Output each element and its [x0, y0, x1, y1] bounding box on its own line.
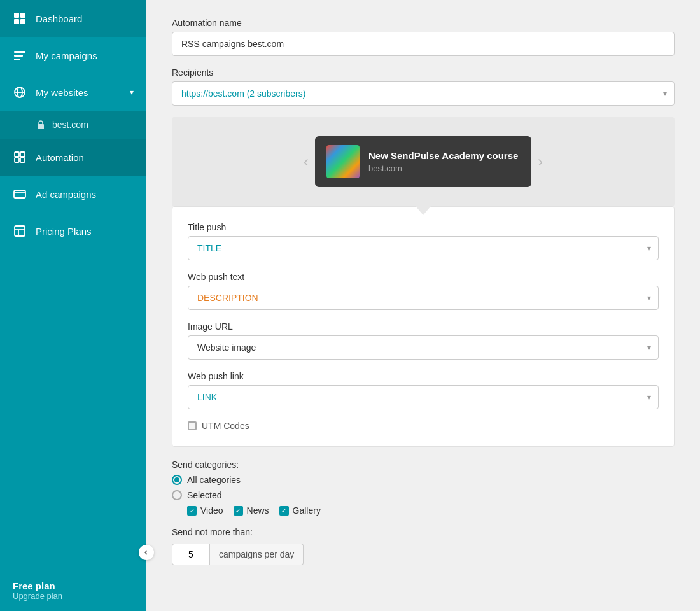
ad-campaigns-icon: [13, 187, 27, 201]
sidebar-item-best-com[interactable]: best.com: [0, 111, 146, 139]
preview-card: New SendPulse Academy course best.com: [315, 136, 531, 187]
image-url-section: Image URL Website image ▾: [188, 321, 659, 360]
radio-selected-circle: [172, 490, 182, 500]
sidebar-item-automation[interactable]: Automation: [0, 139, 146, 176]
title-push-section: Title push TITLE ▾: [188, 222, 659, 260]
chevron-down-icon: ▾: [130, 88, 134, 97]
automation-name-input[interactable]: RSS campaigns best.com: [172, 32, 675, 56]
title-push-label: Title push: [188, 222, 659, 232]
svg-rect-17: [15, 226, 25, 236]
free-plan-label: Free plan: [13, 580, 134, 591]
web-push-text-wrapper: DESCRIPTION ▾: [188, 286, 659, 310]
image-url-select[interactable]: Website image: [188, 335, 659, 360]
sidebar-item-pricing-plans[interactable]: Pricing Plans: [0, 213, 146, 249]
sidebar-item-label: Automation: [36, 152, 134, 163]
checkbox-video[interactable]: Video: [187, 505, 223, 516]
preview-card-domain: best.com: [368, 164, 518, 173]
sidebar-item-dashboard[interactable]: Dashboard: [0, 0, 146, 37]
gallery-checkbox[interactable]: [279, 506, 289, 516]
svg-rect-1: [20, 13, 25, 18]
news-label: News: [247, 505, 269, 516]
sidebar-item-my-campaigns[interactable]: My campaigns: [0, 37, 146, 74]
preview-card-title: New SendPulse Academy course: [368, 150, 518, 161]
news-checkbox[interactable]: [234, 506, 243, 516]
radio-all-circle: [172, 475, 182, 485]
preview-area: ‹ New SendPulse Academy course best.com …: [172, 117, 675, 206]
sidebar-item-label: Ad campaigns: [36, 189, 134, 200]
radio-all-categories[interactable]: All categories: [172, 475, 675, 485]
automation-name-section: Automation name RSS campaigns best.com: [172, 18, 675, 56]
send-categories-radio-group: All categories Selected: [172, 475, 675, 500]
sidebar-item-label: My websites: [36, 87, 121, 98]
lock-icon: [36, 120, 46, 130]
sidebar-bottom: Free plan Upgrade plan: [0, 570, 146, 611]
web-push-link-wrapper: LINK ▾: [188, 385, 659, 409]
web-push-text-label: Web push text: [188, 272, 659, 282]
sidebar-item-label: Dashboard: [36, 13, 134, 24]
web-push-link-label: Web push link: [188, 371, 659, 381]
preview-card-content: New SendPulse Academy course best.com: [368, 150, 518, 173]
gallery-label: Gallery: [293, 505, 321, 516]
web-push-link-select[interactable]: LINK: [188, 385, 659, 409]
pricing-icon: [13, 224, 27, 238]
svg-rect-14: [20, 158, 25, 162]
web-push-text-select[interactable]: DESCRIPTION: [188, 286, 659, 310]
send-limit-section: Send not more than: campaigns per day: [172, 527, 675, 565]
utm-codes-label[interactable]: UTM Codes: [202, 421, 249, 431]
recipients-select[interactable]: https://best.com (2 subscribers): [172, 81, 675, 106]
svg-rect-10: [38, 124, 44, 129]
utm-codes-checkbox[interactable]: [188, 421, 197, 430]
sidebar: Dashboard My campaigns My websites ▾: [0, 0, 146, 611]
image-url-wrapper: Website image ▾: [188, 335, 659, 360]
checkbox-gallery[interactable]: Gallery: [279, 505, 321, 516]
utm-codes-row: UTM Codes: [188, 421, 659, 431]
recipients-select-wrapper: https://best.com (2 subscribers) ▾: [172, 81, 675, 106]
sidebar-collapse-button[interactable]: [139, 545, 154, 560]
send-limit-unit: campaigns per day: [210, 544, 304, 565]
category-checkboxes: Video News Gallery: [172, 505, 675, 516]
sidebar-item-ad-campaigns[interactable]: Ad campaigns: [0, 176, 146, 213]
title-push-wrapper: TITLE ▾: [188, 236, 659, 260]
sidebar-item-label: My campaigns: [36, 50, 134, 61]
svg-rect-12: [20, 152, 25, 157]
sidebar-sub-item-label: best.com: [52, 120, 88, 130]
radio-selected[interactable]: Selected: [172, 490, 675, 500]
svg-rect-3: [20, 19, 25, 24]
upgrade-plan-link[interactable]: Upgrade plan: [13, 591, 134, 601]
next-arrow-button[interactable]: ›: [531, 146, 549, 177]
title-push-select[interactable]: TITLE: [188, 236, 659, 260]
recipients-label: Recipients: [172, 67, 675, 78]
prev-arrow-button[interactable]: ‹: [297, 146, 315, 177]
campaigns-icon: [13, 48, 27, 62]
radio-selected-label: Selected: [187, 490, 221, 500]
web-push-link-section: Web push link LINK ▾: [188, 371, 659, 409]
radio-all-label: All categories: [187, 475, 241, 485]
sidebar-item-my-websites[interactable]: My websites ▾: [0, 74, 146, 111]
send-not-more-label: Send not more than:: [172, 527, 675, 537]
image-url-label: Image URL: [188, 321, 659, 332]
video-checkbox[interactable]: [187, 506, 197, 516]
websites-icon: [13, 85, 27, 99]
preview-section: ‹ New SendPulse Academy course best.com …: [172, 117, 675, 206]
svg-rect-2: [14, 19, 19, 24]
sidebar-item-label: Pricing Plans: [36, 226, 134, 237]
send-limit-input[interactable]: [172, 544, 210, 565]
send-categories-section: Send categories: All categories Selected…: [172, 460, 675, 516]
recipients-section: Recipients https://best.com (2 subscribe…: [172, 67, 675, 106]
send-limit-row: campaigns per day: [172, 544, 675, 565]
svg-rect-6: [14, 59, 20, 60]
svg-rect-15: [14, 190, 25, 198]
video-label: Video: [200, 505, 223, 516]
automation-icon: [13, 150, 27, 164]
checkbox-news[interactable]: News: [234, 505, 269, 516]
preview-card-image: [326, 145, 360, 178]
svg-rect-11: [15, 152, 19, 157]
main-content: Automation name RSS campaigns best.com R…: [146, 0, 700, 611]
push-settings-box: Title push TITLE ▾ Web push text DESCRIP…: [172, 206, 675, 447]
web-push-text-section: Web push text DESCRIPTION ▾: [188, 272, 659, 310]
send-categories-label: Send categories:: [172, 460, 675, 470]
dashboard-icon: [13, 11, 27, 25]
svg-rect-5: [14, 55, 23, 57]
svg-rect-0: [14, 13, 19, 18]
tooltip-arrow: [416, 206, 431, 215]
